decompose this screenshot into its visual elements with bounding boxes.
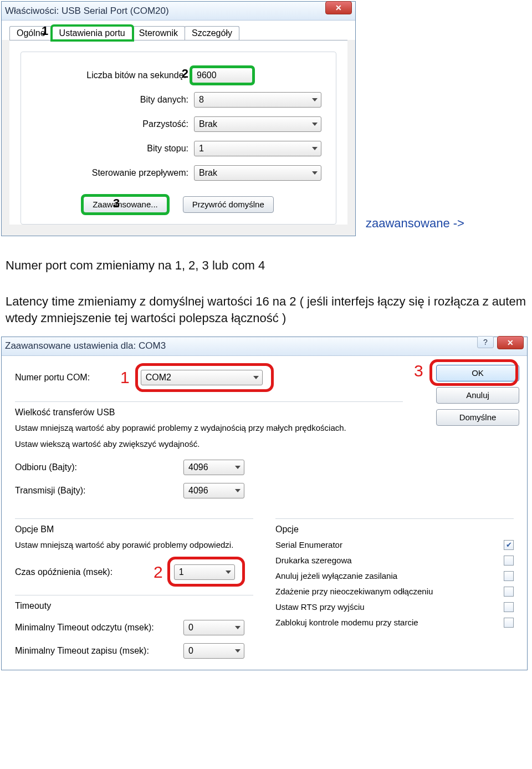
cancel-button-label: Anuluj [466, 390, 489, 400]
tread-combo[interactable]: 0 [183, 620, 244, 635]
flow-combo[interactable]: Brak [194, 165, 321, 181]
titlebar: Zaawansowane ustawienia dla: COM3 ? ✕ [2, 337, 527, 356]
chevron-down-icon [312, 171, 318, 175]
properties-dialog: Właściwości: USB Serial Port (COM20) ✕ 1… [1, 1, 356, 236]
bps-value: 9600 [197, 70, 217, 80]
help-button[interactable]: ? [477, 336, 494, 348]
send-label: Transmisji (Bajty): [15, 486, 176, 496]
parity-combo[interactable]: Brak [194, 116, 321, 132]
bps-label: Liczba bitów na sekundę: [35, 70, 186, 80]
tab-driver[interactable]: Sterownik [132, 26, 185, 40]
bps-combo[interactable]: 9600 [192, 68, 253, 83]
window-title: Właściwości: USB Serial Port (COM20) [5, 6, 169, 17]
cancel-button[interactable]: Anuluj [436, 387, 519, 404]
defaults-button[interactable]: Domyślne [436, 409, 519, 426]
chevron-down-icon [235, 466, 241, 469]
port-label: Numer portu COM: [15, 373, 109, 383]
opt-enum-label: Serial Enumerator [275, 540, 342, 549]
chevron-down-icon [312, 98, 318, 101]
port-combo[interactable]: COM2 [141, 370, 263, 385]
defaults-button-label: Domyślne [459, 412, 497, 422]
recv-combo[interactable]: 4096 [183, 460, 244, 475]
opt-surprise-checkbox[interactable] [504, 587, 514, 597]
twrite-value: 0 [188, 646, 193, 656]
article-line2: Numer port com zmieniamy na 1, 2, 3 lub … [0, 253, 532, 278]
tab-port-settings[interactable]: Ustawienia portu [52, 26, 132, 40]
advanced-settings-dialog: Zaawansowane ustawienia dla: COM3 ? ✕ 3 … [1, 337, 528, 670]
flow-label: Sterowanie przepływem: [35, 168, 188, 178]
help-icon: ? [483, 338, 488, 347]
annotation-1: 1 [42, 24, 48, 38]
timeouts-heading: Timeouty [15, 601, 253, 611]
latency-value: 1 [179, 567, 184, 577]
chevron-down-icon [312, 147, 318, 150]
close-button[interactable]: ✕ [325, 1, 352, 14]
latency-label: Czas opóźnienia (msek): [15, 567, 142, 577]
twrite-combo[interactable]: 0 [183, 643, 244, 659]
opt-printer-checkbox[interactable] [504, 556, 514, 566]
dialog-body: 3 OK Anuluj Domyślne Numer portu COM: 1 … [2, 356, 527, 670]
tabstrip: 1 Ogólne Ustawienia portu Sterownik Szcz… [2, 21, 355, 40]
tab-driver-label: Sterownik [139, 28, 178, 38]
send-value: 4096 [188, 486, 208, 496]
article-line-zaawansowane: zaawansowane -> [360, 211, 532, 236]
opt-enum-checkbox[interactable]: ✔ [504, 540, 514, 550]
chevron-down-icon [235, 626, 241, 629]
latency-combo[interactable]: 1 [174, 564, 235, 580]
databits-combo[interactable]: 8 [194, 92, 321, 108]
recv-label: Odbioru (Bajty): [15, 462, 176, 472]
divider [15, 518, 253, 519]
annotation-1: 1 [120, 368, 130, 387]
opt-modem-checkbox[interactable] [504, 618, 514, 628]
opt-rts-label: Ustaw RTS przy wyjściu [275, 602, 365, 612]
annotation-3: 3 [113, 196, 120, 211]
bm-hint: Ustaw mniejszą wartość aby porawić probl… [15, 539, 253, 551]
stopbits-label: Bity stopu: [35, 144, 188, 154]
annotation-2: 2 [154, 563, 163, 582]
twrite-label: Minimalny Timeout zapisu (msek): [15, 646, 176, 656]
tab-details-label: Szczegóły [192, 28, 232, 38]
tread-value: 0 [188, 623, 193, 633]
close-button[interactable]: ✕ [497, 336, 524, 349]
divider [15, 401, 403, 402]
opt-cancel-checkbox[interactable] [504, 571, 514, 581]
restore-defaults-label: Przywróć domyślne [192, 200, 264, 209]
stopbits-combo[interactable]: 1 [194, 141, 321, 156]
opt-surprise-label: Zdażenie przy nieoczekiwanym odłączeniu [275, 587, 433, 596]
bm-heading: Opcje BM [15, 524, 253, 534]
chevron-down-icon [226, 571, 231, 574]
chevron-down-icon [312, 123, 318, 126]
annotation-2: 2 [182, 67, 188, 81]
opt-printer-label: Drukarka szeregowa [275, 556, 352, 565]
stopbits-value: 1 [199, 144, 204, 154]
tread-label: Minimalny Timeout odczytu (msek): [15, 623, 176, 633]
tab-general-label: Ogólne [17, 28, 45, 38]
tab-body: 2 Liczba bitów na sekundę: 9600 Bity dan… [9, 40, 347, 225]
tab-port-settings-label: Ustawienia portu [59, 28, 125, 38]
advanced-button-label: Zaawansowane... [93, 200, 158, 209]
opt-modem-label: Zablokuj kontrole modemu przy starcie [275, 618, 418, 627]
flow-value: Brak [199, 168, 217, 178]
opt-rts-checkbox[interactable] [504, 602, 514, 612]
article-line3: Latency time zmieniamy z domyślnej warto… [0, 289, 532, 330]
databits-label: Bity danych: [35, 95, 188, 105]
port-settings-group: 2 Liczba bitów na sekundę: 9600 Bity dan… [21, 52, 336, 225]
titlebar: Właściwości: USB Serial Port (COM20) ✕ [2, 2, 355, 21]
close-icon: ✕ [335, 3, 342, 12]
tab-details[interactable]: Szczegóły [185, 26, 239, 40]
window-title: Zaawansowane ustawienia dla: COM3 [5, 340, 166, 352]
restore-defaults-button[interactable]: Przywróć domyślne [183, 196, 274, 213]
opt-cancel-label: Anuluj jeżeli wyłączanie zasilania [275, 571, 397, 580]
port-value: COM2 [146, 373, 171, 383]
divider [275, 518, 514, 519]
right-column: Opcje Serial Enumerator✔ Drukarka szereg… [275, 511, 514, 659]
usb-hint2: Ustaw wiekszą wartość aby zwiększyć wyda… [15, 438, 514, 450]
parity-label: Parzystość: [35, 119, 188, 129]
close-icon: ✕ [507, 338, 514, 347]
parity-value: Brak [199, 119, 217, 129]
databits-value: 8 [199, 95, 204, 105]
recv-value: 4096 [188, 462, 208, 472]
send-combo[interactable]: 4096 [183, 483, 244, 498]
advanced-button[interactable]: Zaawansowane... [83, 196, 167, 213]
chevron-down-icon [235, 649, 241, 653]
